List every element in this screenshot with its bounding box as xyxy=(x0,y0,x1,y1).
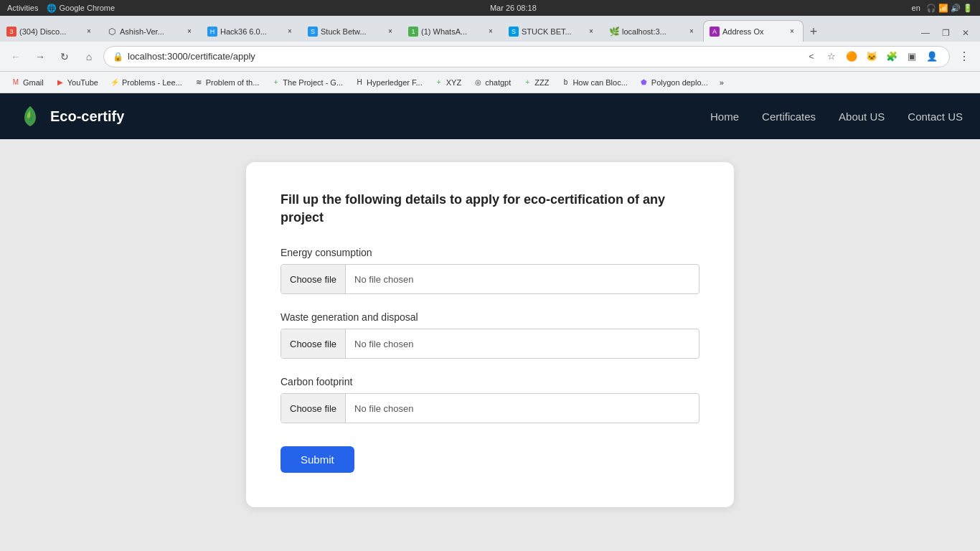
tab-close-localhost[interactable]: × xyxy=(687,27,697,37)
star-icon[interactable]: ☆ xyxy=(823,48,840,65)
home-button[interactable]: ⌂ xyxy=(79,47,99,67)
sidebar-icon[interactable]: ▣ xyxy=(903,48,920,65)
tab-title-github: Ashish-Ver... xyxy=(120,27,182,36)
url-text[interactable]: localhost:3000/certificate/apply xyxy=(128,51,798,62)
energy-file-wrapper: Choose file No file chosen xyxy=(281,264,699,294)
carbon-choose-file-button[interactable]: Choose file xyxy=(281,394,346,423)
tab-favicon-hack36: H xyxy=(207,27,217,37)
tab-close-discord[interactable]: × xyxy=(84,27,94,37)
os-datetime: Mar 26 08:18 xyxy=(490,4,537,12)
bookmark-problems[interactable]: ⚡ Problems - Lee... xyxy=(105,75,187,90)
os-lang: en xyxy=(912,4,920,13)
share-icon[interactable]: < xyxy=(803,48,820,65)
carbon-no-file-label: No file chosen xyxy=(346,403,422,414)
carbon-file-display: Choose file No file chosen xyxy=(281,394,699,423)
tab-discord[interactable]: 3 (304) Disco... × xyxy=(0,20,100,42)
chrome-menu-button[interactable]: ⋮ xyxy=(954,47,974,67)
gmail-favicon: M xyxy=(11,77,21,88)
tab-favicon-github: ⬡ xyxy=(107,27,117,37)
energy-choose-file-button[interactable]: Choose file xyxy=(281,265,346,293)
tab-address[interactable]: A Address Ox × xyxy=(703,20,804,42)
tab-close-stuck2[interactable]: × xyxy=(586,27,596,37)
tab-title-hack36: Hack36 6.0... xyxy=(220,27,282,36)
window-close-button[interactable]: ✕ xyxy=(957,24,974,42)
nav-about[interactable]: About US xyxy=(839,110,885,123)
carbon-file-wrapper: Choose file No file chosen xyxy=(281,393,699,423)
tab-title-stuck1: Stuck Betw... xyxy=(321,27,382,36)
tab-close-stuck1[interactable]: × xyxy=(385,27,395,37)
url-box[interactable]: 🔒 localhost:3000/certificate/apply < ☆ 🟠… xyxy=(103,46,950,67)
tab-bar: 3 (304) Disco... × ⬡ Ashish-Ver... × H H… xyxy=(0,16,980,42)
tab-favicon-localhost: 🌿 xyxy=(609,27,619,37)
new-tab-button[interactable]: + xyxy=(804,22,824,42)
bookmark-polygon[interactable]: ⬟ Polygon deplo... xyxy=(634,75,713,90)
bookmark-gmail[interactable]: M Gmail xyxy=(6,75,49,90)
app-nav: Home Certificates About US Contact US xyxy=(710,110,963,123)
energy-consumption-group: Energy consumption Choose file No file c… xyxy=(281,247,699,294)
tab-close-hack36[interactable]: × xyxy=(285,27,295,37)
minimize-button[interactable]: — xyxy=(917,24,934,42)
bookmark-project[interactable]: + The Project - G... xyxy=(265,75,348,90)
submit-button[interactable]: Submit xyxy=(281,446,354,473)
bookmark-howcan[interactable]: b How can Bloc... xyxy=(555,75,632,90)
bookmarks-more[interactable]: » xyxy=(715,76,729,89)
reload-button[interactable]: ↻ xyxy=(55,47,75,67)
tab-title-discord: (304) Disco... xyxy=(19,27,81,36)
address-bar: ← → ↻ ⌂ 🔒 localhost:3000/certificate/app… xyxy=(0,42,980,72)
bookmark-polygon-label: Polygon deplo... xyxy=(651,78,708,87)
tab-localhost[interactable]: 🌿 localhost:3... × xyxy=(603,20,703,42)
bookmark-xyz[interactable]: + XYZ xyxy=(429,75,466,90)
hyperledger-favicon: H xyxy=(354,77,364,88)
tab-hack36[interactable]: H Hack36 6.0... × xyxy=(201,20,301,42)
tab-favicon-whatsapp: 1 xyxy=(408,27,418,37)
bookmark-problem-of-the[interactable]: ≋ Problem of th... xyxy=(189,75,265,90)
restore-button[interactable]: ❐ xyxy=(937,24,954,42)
activities-text[interactable]: Activities xyxy=(7,4,38,13)
carbon-footprint-group: Carbon footprint Choose file No file cho… xyxy=(281,376,699,423)
bookmark-howcan-label: How can Bloc... xyxy=(573,78,627,87)
waste-choose-file-button[interactable]: Choose file xyxy=(281,329,346,358)
form-title: Fill up the following details to apply f… xyxy=(281,191,699,227)
profile-icon[interactable]: 👤 xyxy=(923,48,941,65)
logo-text: Eco-certify xyxy=(50,108,124,125)
tab-favicon-address: A xyxy=(710,27,720,37)
howcan-favicon: b xyxy=(560,77,570,88)
bookmark-youtube[interactable]: ▶ YouTube xyxy=(50,75,103,90)
puzzle-icon[interactable]: 🧩 xyxy=(883,48,900,65)
nav-certificates[interactable]: Certificates xyxy=(762,110,816,123)
tab-close-address[interactable]: × xyxy=(787,27,797,37)
app-logo: Eco-certify xyxy=(17,103,124,129)
os-chrome-text: 🌐 Google Chrome xyxy=(47,4,115,13)
nav-home[interactable]: Home xyxy=(710,110,739,123)
logo-icon xyxy=(17,103,43,129)
tab-controls: — ❐ ✕ xyxy=(917,24,980,42)
energy-file-display: Choose file No file chosen xyxy=(281,265,699,293)
bookmark-zzz[interactable]: + ZZZ xyxy=(517,75,554,90)
tab-title-whatsapp: (1) WhatsA... xyxy=(421,27,483,36)
address-icons: < ☆ 🟠 🐱 🧩 ▣ 👤 xyxy=(803,48,941,65)
os-bar: Activities 🌐 Google Chrome Mar 26 08:18 … xyxy=(0,0,980,16)
energy-label: Energy consumption xyxy=(281,247,699,258)
tab-github[interactable]: ⬡ Ashish-Ver... × xyxy=(100,20,201,42)
tab-close-github[interactable]: × xyxy=(184,27,194,37)
forward-button[interactable]: → xyxy=(30,47,50,67)
bookmark-project-label: The Project - G... xyxy=(283,78,343,87)
extension-icon[interactable]: 🟠 xyxy=(843,48,860,65)
bookmark-zzz-label: ZZZ xyxy=(534,78,549,87)
polygon-favicon: ⬟ xyxy=(639,77,649,88)
tab-stuck1[interactable]: S Stuck Betw... × xyxy=(301,20,402,42)
tab-stuck2[interactable]: S STUCK BET... × xyxy=(502,20,603,42)
bookmark-chatgpt[interactable]: ◎ chatgpt xyxy=(468,75,516,90)
cat-icon[interactable]: 🐱 xyxy=(863,48,880,65)
tab-favicon-stuck1: S xyxy=(308,27,318,37)
nav-contact[interactable]: Contact US xyxy=(908,110,963,123)
tab-title-localhost: localhost:3... xyxy=(622,27,684,36)
os-icons: 🎧 📶 🔊 🔋 xyxy=(926,4,973,13)
bookmarks-bar: M Gmail ▶ YouTube ⚡ Problems - Lee... ≋ … xyxy=(0,72,980,93)
back-button[interactable]: ← xyxy=(6,47,26,67)
waste-file-wrapper: Choose file No file chosen xyxy=(281,329,699,359)
tab-close-whatsapp[interactable]: × xyxy=(486,27,496,37)
tab-whatsapp[interactable]: 1 (1) WhatsA... × xyxy=(402,20,502,42)
problem-favicon: ≋ xyxy=(194,77,204,88)
bookmark-hyperledger[interactable]: H Hyperledger F... xyxy=(349,75,428,90)
